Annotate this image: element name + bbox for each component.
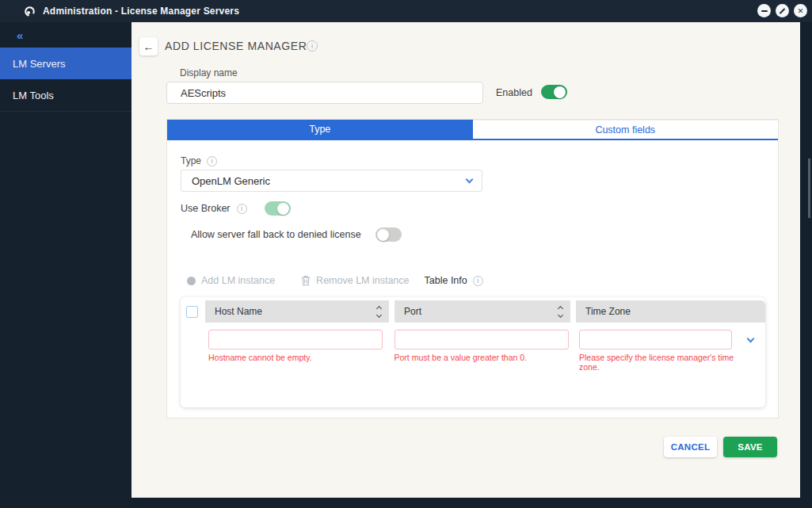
main-content: ← ADD LICENSE MANAGER i Display name Ena…	[132, 22, 800, 498]
select-all-checkbox[interactable]	[186, 306, 198, 318]
sidebar-item-lm-servers[interactable]: LM Servers	[0, 48, 132, 79]
port-error: Port must be a value greater than 0.	[395, 353, 569, 362]
save-button[interactable]: SAVE	[723, 437, 777, 457]
time-zone-error: Please specify the license manager's tim…	[579, 353, 736, 372]
block-icon	[780, 8, 786, 14]
close-icon: ✕	[798, 7, 804, 15]
minimize-button[interactable]	[757, 4, 771, 17]
enabled-toggle[interactable]	[541, 85, 567, 99]
use-broker-label: Use Broker	[181, 203, 231, 214]
fallback-toggle[interactable]	[376, 227, 402, 242]
host-name-input[interactable]	[208, 330, 383, 349]
display-name-input[interactable]	[166, 82, 483, 104]
chevron-down-icon	[746, 334, 754, 342]
host-name-error: Hostname cannot be empty.	[208, 353, 383, 362]
tab-custom-fields[interactable]: Custom fields	[473, 120, 779, 139]
title-bar: Administration - License Manager Servers…	[0, 0, 812, 22]
table-row: Hostname cannot be empty. Port must be a…	[208, 330, 765, 372]
tab-bar: Type Custom fields	[167, 120, 778, 140]
sidebar-item-label: LM Tools	[13, 90, 54, 101]
sidebar-collapse-button[interactable]: «	[0, 22, 132, 42]
tab-type[interactable]: Type	[167, 120, 473, 139]
sidebar-item-lm-tools[interactable]: LM Tools	[0, 79, 132, 111]
form-panel: Type Custom fields Type i OpenLM Generic…	[166, 119, 779, 418]
column-header-host-name[interactable]: Host Name	[205, 300, 389, 323]
sidebar-divider	[0, 111, 132, 112]
column-header-port[interactable]: Port	[395, 300, 570, 323]
scrollbar-thumb[interactable]	[808, 159, 810, 218]
type-select-value: OpenLM Generic	[181, 175, 456, 187]
back-button[interactable]: ←	[139, 37, 158, 55]
minimize-icon	[761, 10, 768, 12]
column-header-time-zone[interactable]: Time Zone	[576, 300, 765, 323]
table-header-row: Host Name Port Time Zone	[205, 300, 765, 323]
port-input[interactable]	[395, 330, 569, 349]
lm-instance-table: Host Name Port Time Zone Hostname cannot…	[181, 297, 765, 407]
block-button[interactable]	[776, 4, 789, 17]
sidebar-item-label: LM Servers	[13, 58, 65, 70]
fallback-label: Allow server fall back to denied license	[191, 229, 361, 240]
chevron-down-icon	[465, 176, 473, 184]
add-circle-icon	[187, 277, 196, 285]
use-broker-toggle[interactable]	[265, 201, 291, 216]
page-title: ADD LICENSE MANAGER	[165, 40, 307, 52]
sort-icon[interactable]	[558, 307, 562, 317]
cancel-button[interactable]: CANCEL	[664, 437, 717, 457]
table-toolbar: Add LM instance Remove LM instance Table…	[187, 275, 483, 286]
add-lm-instance-button[interactable]: Add LM instance	[187, 275, 275, 286]
time-zone-select[interactable]	[579, 330, 732, 349]
trash-icon	[301, 275, 311, 286]
close-button[interactable]: ✕	[794, 4, 807, 17]
remove-lm-instance-button[interactable]: Remove LM instance	[301, 275, 409, 286]
type-label: Type	[181, 155, 201, 166]
table-info-button[interactable]: Table Info i	[425, 275, 483, 286]
sort-icon[interactable]	[377, 307, 381, 317]
display-name-label: Display name	[180, 67, 238, 78]
type-info-icon[interactable]: i	[207, 156, 217, 166]
sidebar: « LM Servers LM Tools	[0, 22, 132, 508]
table-info-icon: i	[473, 276, 483, 286]
page-info-icon[interactable]: i	[307, 40, 318, 52]
enabled-label: Enabled	[496, 87, 532, 98]
app-logo-icon	[24, 6, 36, 17]
window-title: Administration - License Manager Servers	[43, 6, 239, 17]
arrow-left-icon: ←	[143, 40, 154, 53]
use-broker-info-icon[interactable]: i	[237, 204, 247, 214]
time-zone-dropdown-button[interactable]	[736, 330, 765, 349]
type-select[interactable]: OpenLM Generic	[181, 170, 482, 192]
